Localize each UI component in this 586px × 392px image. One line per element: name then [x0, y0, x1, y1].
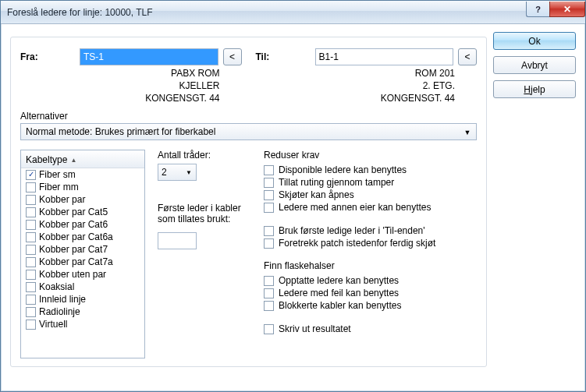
- list-item[interactable]: Kobber par Cat7a: [21, 256, 144, 268]
- list-item[interactable]: Kobber uten par: [21, 268, 144, 281]
- checkbox-icon: [26, 295, 36, 305]
- title-buttons: ? ✕: [526, 2, 585, 19]
- window-title: Foreslå ledere for linje: 10000, TLF: [7, 7, 526, 18]
- cabletype-header[interactable]: Kabeltype ▲: [21, 152, 144, 168]
- list-item[interactable]: ✓Fiber sm: [21, 168, 144, 181]
- checkbox-icon: [26, 207, 36, 217]
- tilend-group: Bruk første ledige leder i 'Til-enden'Fo…: [264, 224, 477, 249]
- cabletype-list[interactable]: Kabeltype ▲ ✓Fiber smFiber mmKobber parK…: [20, 150, 145, 358]
- from-addr-2: KJELLER: [20, 79, 220, 92]
- list-item[interactable]: Radiolinje: [21, 305, 144, 318]
- checkbox-icon: [26, 245, 36, 255]
- first-leader-input[interactable]: [158, 232, 197, 249]
- threads-label: Antall tråder:: [158, 150, 251, 161]
- ok-button[interactable]: Ok: [493, 32, 576, 50]
- list-item[interactable]: Kobber par Cat5: [21, 206, 144, 218]
- from-input[interactable]: [80, 48, 218, 65]
- list-item-label: Innleid linje: [39, 294, 86, 305]
- list-item[interactable]: Kobber par Cat7: [21, 243, 144, 256]
- checkbox-icon: [264, 276, 274, 286]
- list-item-label: Kobber par Cat7: [39, 244, 108, 255]
- client-area: Fra: < PABX ROM KJELLER KONGENSGT. 44 Ti…: [1, 24, 585, 391]
- checkbox-icon: [26, 282, 36, 292]
- checkbox-label: Ledere med annen eier kan benyttes: [279, 202, 431, 213]
- alternatives-combo[interactable]: Normal metode: Brukes primært for fiberk…: [20, 123, 477, 140]
- sort-indicator-icon: ▲: [70, 157, 76, 164]
- tilend-checkbox[interactable]: Bruk første ledige leder i 'Til-enden': [264, 224, 477, 237]
- checkbox-icon: [264, 324, 274, 334]
- titlebar: Foreslå ledere for linje: 10000, TLF ? ✕: [1, 1, 585, 24]
- list-item-label: Kobber par Cat6a: [39, 231, 113, 242]
- from-block: Fra: < PABX ROM KJELLER KONGENSGT. 44: [20, 48, 242, 104]
- reduce-group: Reduser krav Disponible ledere kan benyt…: [264, 150, 477, 214]
- reduce-checkbox[interactable]: Skjøter kan åpnes: [264, 189, 477, 201]
- list-item-label: Koaksial: [39, 281, 74, 292]
- cabletype-header-label: Kabeltype: [26, 154, 67, 165]
- checkbox-icon: [264, 226, 274, 236]
- checkbox-label: Blokkerte kabler kan benyttes: [279, 300, 401, 311]
- help-button[interactable]: Hjelp: [493, 80, 576, 98]
- list-item-label: Kobber uten par: [39, 269, 106, 280]
- print-checkbox[interactable]: Skriv ut resultatet: [264, 323, 477, 335]
- checkbox-label: Tillat ruting gjennom tamper: [279, 177, 394, 188]
- to-block: Til: < ROM 201 2. ETG. KONGENSGT. 44: [256, 48, 478, 104]
- checkbox-icon: [264, 301, 274, 311]
- to-browse-button[interactable]: <: [458, 48, 477, 65]
- checkbox-label: Skjøter kan åpnes: [279, 189, 354, 200]
- list-item-label: Kobber par Cat5: [39, 207, 108, 217]
- reduce-checkbox[interactable]: Tillat ruting gjennom tamper: [264, 176, 477, 189]
- list-item[interactable]: Kobber par Cat6: [21, 218, 144, 231]
- checkbox-icon: [26, 182, 36, 192]
- main-area: Fra: < PABX ROM KJELLER KONGENSGT. 44 Ti…: [10, 32, 487, 382]
- list-item-label: Virtuell: [39, 319, 67, 330]
- bottleneck-checkbox[interactable]: Opptatte ledere kan benyttes: [264, 274, 477, 287]
- bottleneck-checkbox[interactable]: Ledere med feil kan benyttes: [264, 287, 477, 299]
- list-item-label: Fiber sm: [39, 169, 76, 180]
- threads-value: 2: [162, 167, 167, 178]
- list-item[interactable]: Kobber par: [21, 193, 144, 206]
- checkbox-icon: [264, 190, 274, 200]
- checkbox-label: Ledere med feil kan benyttes: [279, 288, 399, 298]
- list-item-label: Kobber par: [39, 194, 85, 205]
- titlebar-help-button[interactable]: ?: [526, 2, 549, 17]
- checkbox-icon: [26, 220, 36, 230]
- checks-column: Reduser krav Disponible ledere kan benyt…: [264, 150, 477, 358]
- from-to-row: Fra: < PABX ROM KJELLER KONGENSGT. 44 Ti…: [20, 48, 477, 104]
- checkbox-icon: [26, 195, 36, 205]
- list-item[interactable]: Innleid linje: [21, 293, 144, 305]
- checkbox-icon: [26, 270, 36, 280]
- list-item[interactable]: Virtuell: [21, 318, 144, 330]
- to-input[interactable]: [315, 48, 454, 65]
- list-item-label: Kobber par Cat6: [39, 219, 108, 230]
- from-addr-1: PABX ROM: [20, 67, 220, 79]
- chevron-down-icon: ▼: [183, 167, 194, 178]
- checkbox-icon: [26, 320, 36, 330]
- checkbox-label: Opptatte ledere kan benyttes: [279, 275, 399, 286]
- side-buttons: Ok Avbryt Hjelp: [493, 32, 576, 382]
- from-browse-button[interactable]: <: [223, 48, 242, 65]
- cancel-button[interactable]: Avbryt: [493, 56, 576, 74]
- reduce-checkbox[interactable]: Disponible ledere kan benyttes: [264, 164, 477, 176]
- reduce-title: Reduser krav: [264, 150, 477, 161]
- checkbox-label: Foretrekk patch istedenfor ferdig skjøt: [279, 238, 435, 249]
- list-item[interactable]: Kobber par Cat6a: [21, 231, 144, 243]
- threads-column: Antall tråder: 2 ▼ Første leder i kabler…: [158, 150, 251, 358]
- close-icon: ✕: [563, 4, 571, 15]
- threads-combo[interactable]: 2 ▼: [158, 164, 197, 181]
- reduce-checkbox[interactable]: Ledere med annen eier kan benyttes: [264, 201, 477, 214]
- checkbox-icon: [264, 178, 274, 188]
- checkbox-icon: [26, 232, 36, 242]
- chevron-down-icon: ▼: [461, 126, 474, 139]
- bottleneck-checkbox[interactable]: Blokkerte kabler kan benyttes: [264, 299, 477, 312]
- list-item[interactable]: Koaksial: [21, 281, 144, 293]
- checkbox-label: Bruk første ledige leder i 'Til-enden': [279, 225, 425, 236]
- list-item-label: Kobber par Cat7a: [39, 256, 113, 267]
- dialog-window: Foreslå ledere for linje: 10000, TLF ? ✕…: [0, 0, 586, 392]
- print-group: Skriv ut resultatet: [264, 323, 477, 335]
- tilend-checkbox[interactable]: Foretrekk patch istedenfor ferdig skjøt: [264, 237, 477, 249]
- from-address: PABX ROM KJELLER KONGENSGT. 44: [20, 67, 242, 104]
- bottleneck-title: Finn flaskehalser: [264, 260, 477, 271]
- list-item[interactable]: Fiber mm: [21, 181, 144, 193]
- titlebar-close-button[interactable]: ✕: [549, 2, 585, 17]
- checkbox-icon: [264, 203, 274, 213]
